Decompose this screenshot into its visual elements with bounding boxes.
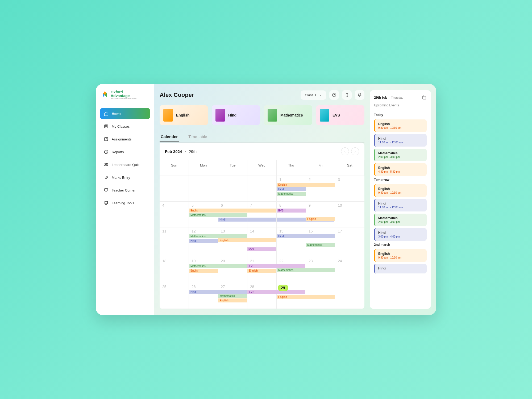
upcoming-event[interactable]: English9:30 am - 10:30 am bbox=[374, 119, 427, 132]
subject-card-eng[interactable]: English bbox=[160, 105, 208, 125]
class-selector[interactable]: Class 1 bbox=[301, 90, 326, 100]
calendar-cell[interactable] bbox=[218, 176, 247, 202]
calendar-cell[interactable]: 26Hindi bbox=[189, 283, 218, 309]
event-bar[interactable]: Hindi bbox=[277, 187, 306, 191]
calendar-cell[interactable] bbox=[335, 283, 364, 309]
cell-date bbox=[335, 285, 364, 290]
calendar-cell[interactable]: 19MathematicsEnglish bbox=[189, 257, 218, 283]
calendar-cell[interactable]: 17 bbox=[335, 227, 364, 257]
calendar-cell[interactable]: 6 bbox=[218, 202, 247, 227]
nav-label: Teacher Corner bbox=[112, 188, 136, 192]
calendar-cell[interactable]: 10 bbox=[335, 202, 364, 227]
bookmark-icon bbox=[345, 93, 349, 97]
calendar-next-button[interactable]: › bbox=[351, 147, 359, 155]
calendar-cell[interactable]: 1EnglishHindiMathematics bbox=[277, 176, 306, 202]
calendar-cell[interactable]: 16 bbox=[306, 227, 335, 257]
upcoming-event[interactable]: Hindi11:00 am - 12:00 am bbox=[374, 134, 427, 147]
tools-icon bbox=[104, 201, 109, 205]
calendar-cell[interactable]: 11 bbox=[160, 227, 189, 257]
calendar-cell[interactable]: 29English bbox=[277, 283, 306, 309]
calendar-cell[interactable]: 23 bbox=[306, 257, 335, 283]
calendar-cell[interactable] bbox=[160, 176, 189, 202]
upcoming-event[interactable]: Hindi3:00 pm - 4:00 pm bbox=[374, 228, 427, 241]
calendar-cell[interactable] bbox=[189, 176, 218, 202]
calendar-cell[interactable]: 24 bbox=[335, 257, 364, 283]
panel-header: 29th feb | Thursday bbox=[374, 95, 427, 100]
cell-date: 15 bbox=[277, 229, 306, 234]
subject-card-evs[interactable]: EVS bbox=[316, 105, 364, 125]
calendar-cell[interactable]: 15HindiMathematics bbox=[277, 227, 306, 257]
calendar-cell[interactable]: 5EnglishMathematicsHindi bbox=[189, 202, 218, 227]
nav-item-marks-entry[interactable]: Marks Entry bbox=[100, 172, 150, 183]
assignments-icon bbox=[104, 137, 109, 142]
brand-logo: Oxford Advantage INTEGRATED LEARNING SOL… bbox=[100, 90, 150, 99]
home-icon bbox=[104, 111, 109, 116]
calendar-icon[interactable] bbox=[422, 95, 427, 100]
nav-item-home[interactable]: Home bbox=[100, 108, 150, 119]
events-scroll[interactable]: TodayEnglish9:30 am - 10:30 amHindi11:00… bbox=[374, 111, 427, 304]
book-thumb-icon bbox=[215, 109, 225, 122]
tab-calender[interactable]: Calender bbox=[160, 132, 179, 142]
calendar-cell[interactable] bbox=[306, 283, 335, 309]
calendar-cell[interactable] bbox=[247, 176, 277, 202]
calendar-cell[interactable]: 8EVSEnglish bbox=[277, 202, 306, 227]
event-bar[interactable]: English bbox=[218, 298, 247, 302]
event-bar[interactable]: EVS bbox=[277, 209, 306, 213]
calendar-cell[interactable]: 14 bbox=[247, 227, 277, 257]
upcoming-event[interactable]: Mathematics2:00 pm - 3:00 pm bbox=[374, 149, 427, 161]
calendar-cell[interactable]: 18 bbox=[160, 257, 189, 283]
calendar-cell[interactable]: 4 bbox=[160, 202, 189, 227]
event-bar[interactable]: Mathematics bbox=[218, 294, 247, 298]
cell-date: 19 bbox=[189, 259, 218, 264]
nav-item-reports[interactable]: Reports bbox=[100, 146, 150, 157]
subject-card-hin[interactable]: Hindi bbox=[212, 105, 260, 125]
event-name: English bbox=[378, 187, 423, 191]
event-time: 3:00 pm - 4:00 pm bbox=[378, 235, 423, 238]
nav-label: Learning Tools bbox=[112, 201, 134, 205]
event-bar[interactable]: Hindi bbox=[189, 239, 218, 243]
calendar-cell[interactable]: 27MathematicsEnglish bbox=[218, 283, 247, 309]
notifications-button[interactable] bbox=[355, 90, 364, 100]
subject-card-mat[interactable]: Mathematics bbox=[264, 105, 312, 125]
calendar-cell[interactable]: 9 bbox=[306, 202, 335, 227]
svg-point-4 bbox=[106, 163, 108, 165]
nav-item-teacher-corner[interactable]: Teacher Corner bbox=[100, 185, 150, 196]
nav-item-my-classes[interactable]: My Classes bbox=[100, 121, 150, 132]
event-bar[interactable]: English bbox=[247, 269, 276, 273]
calendar-cell[interactable]: 13English bbox=[218, 227, 247, 257]
event-bar[interactable]: English bbox=[189, 269, 218, 273]
nav-item-assignments[interactable]: Assignments bbox=[100, 134, 150, 145]
nav-item-learning-tools[interactable]: Learning Tools bbox=[100, 197, 150, 209]
upcoming-event[interactable]: English4:30 pm - 5:30 pm bbox=[374, 163, 427, 176]
calendar-cell[interactable]: 12MathematicsHindiEVS bbox=[189, 227, 218, 257]
nav-label: Marks Entry bbox=[112, 176, 130, 180]
calendar-cell[interactable]: 21EVSEnglish bbox=[247, 257, 277, 283]
calendar-prev-button[interactable]: ‹ bbox=[341, 147, 349, 155]
panel-day: | Thursday bbox=[389, 96, 403, 99]
tab-time-table[interactable]: Time-table bbox=[187, 132, 208, 142]
calendar-cell[interactable]: 22Mathematics bbox=[277, 257, 306, 283]
help-button[interactable] bbox=[329, 90, 339, 100]
bookmark-button[interactable] bbox=[342, 90, 352, 100]
calendar-cell[interactable]: 20 bbox=[218, 257, 247, 283]
calendar-cell[interactable]: 2 bbox=[306, 176, 335, 202]
upcoming-event[interactable]: English9:30 am - 10:30 am bbox=[374, 184, 427, 197]
calendar-cell[interactable]: 28EVS bbox=[247, 283, 277, 309]
event-time: 9:30 am - 10:30 am bbox=[378, 256, 423, 259]
event-time: 2:00 pm - 3:00 pm bbox=[378, 156, 423, 159]
section-label: Today bbox=[374, 113, 427, 117]
calendar-cell[interactable]: 7 bbox=[247, 202, 277, 227]
upcoming-event[interactable]: English9:30 am - 10:30 am bbox=[374, 249, 427, 262]
cell-date: 6 bbox=[218, 203, 247, 209]
event-bar[interactable]: Mathematics bbox=[277, 192, 306, 196]
nav-item-leaderboard-quiz[interactable]: Leaderboard Quiz bbox=[100, 159, 150, 170]
calendar-cell[interactable]: 3 bbox=[335, 176, 364, 202]
help-circle-icon bbox=[332, 93, 336, 97]
upcoming-event[interactable]: Mathematics2:00 pm - 3:00 pm bbox=[374, 214, 427, 226]
upcoming-event[interactable]: Hindi bbox=[374, 264, 427, 273]
svg-rect-9 bbox=[423, 96, 426, 99]
day-header: Sat bbox=[335, 160, 364, 176]
upcoming-event[interactable]: Hindi11:00 am - 12:00 am bbox=[374, 199, 427, 211]
calendar-cell[interactable]: 25 bbox=[160, 283, 189, 309]
cell-date: 18 bbox=[160, 259, 189, 264]
